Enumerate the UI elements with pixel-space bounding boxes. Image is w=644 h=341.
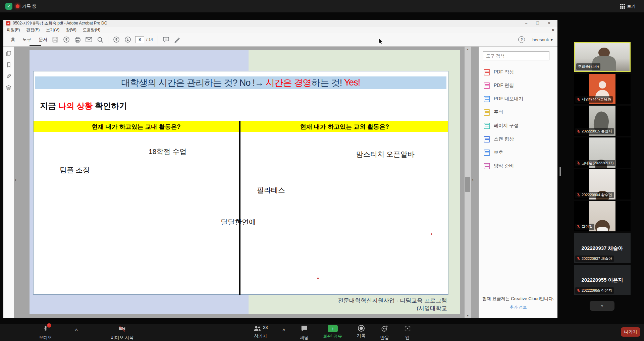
- face-mask: [597, 227, 608, 231]
- annotation-dot: [317, 278, 319, 279]
- menu-view[interactable]: 보기(V): [46, 27, 59, 33]
- participant-name: 202220915 홍연서: [575, 128, 614, 134]
- menu-window[interactable]: 창(W): [66, 27, 76, 33]
- tab-home[interactable]: 홈: [11, 37, 15, 43]
- tool-protect[interactable]: 보호: [479, 146, 557, 159]
- menu-edit[interactable]: 편집(E): [26, 27, 40, 33]
- plan-notice: 현재 요금제는 Creative Cloud입니다.: [479, 296, 557, 302]
- tab-tools[interactable]: 도구: [22, 37, 31, 43]
- email-icon[interactable]: [86, 36, 92, 43]
- page-number-input[interactable]: [135, 36, 144, 43]
- menu-file[interactable]: 파일(F): [7, 27, 20, 33]
- more-participants-button[interactable]: ˅: [590, 301, 614, 311]
- participant-tile[interactable]: 김민경: [574, 201, 631, 231]
- tool-comment[interactable]: 주석: [479, 106, 557, 119]
- grid-view-icon: [620, 4, 625, 9]
- participant-tile[interactable]: 202220904 황수인: [574, 169, 631, 200]
- tool-organize-pages[interactable]: 페이지 구성: [479, 119, 557, 132]
- participant-name: 서영대유아교육과: [575, 96, 613, 103]
- toolbar-separator: [158, 36, 158, 44]
- tool-export-pdf[interactable]: PDF 내보내기: [479, 92, 557, 106]
- tools-search-input[interactable]: [483, 51, 549, 60]
- save-icon[interactable]: [52, 37, 58, 43]
- enhance-scans-icon: [484, 136, 490, 143]
- share-screen-button[interactable]: ↑ 화면 공유: [323, 325, 342, 339]
- leave-meeting-button[interactable]: 나가기: [621, 327, 640, 337]
- participant-tile[interactable]: 고대완(202220917): [574, 137, 631, 168]
- participant-display-name: 202220937 채슬아: [581, 245, 623, 251]
- muted-mic-icon: [577, 161, 580, 165]
- panel-resize-handle[interactable]: [559, 167, 561, 176]
- participant-name: 202220904 황수인: [575, 192, 614, 198]
- slide-footer: 전문대학혁신지원사업 - 디딤교육 프로그램(서영대학교: [335, 297, 447, 312]
- search-icon[interactable]: [97, 37, 103, 43]
- participant-tile[interactable]: 202220915 홍연서: [574, 106, 631, 136]
- audio-options-caret[interactable]: ^: [75, 328, 78, 333]
- bookmarks-icon[interactable]: [6, 62, 11, 68]
- help-icon[interactable]: ?: [518, 36, 525, 43]
- acrobat-toolbar: 홈 도구 문서 / 14 ? heesouk ▾: [3, 33, 557, 47]
- view-button[interactable]: 보기: [618, 2, 638, 10]
- tool-edit-pdf[interactable]: PDF 편집: [479, 79, 557, 92]
- tool-create-pdf[interactable]: PDF 작성: [479, 65, 557, 79]
- tool-prepare-form[interactable]: 양식 준비: [479, 159, 557, 173]
- mouse-cursor: [378, 38, 384, 45]
- collapse-right-panel-icon[interactable]: ›: [472, 177, 474, 182]
- participant-tile-camera-off[interactable]: 202220937 채슬아 202220937 채슬아: [574, 233, 631, 263]
- tool-enhance-scans[interactable]: 스캔 향상: [479, 132, 557, 146]
- print-icon[interactable]: [74, 37, 81, 43]
- check-icon: ✓: [7, 4, 11, 9]
- next-page-icon[interactable]: [124, 36, 131, 43]
- reactions-button[interactable]: 반응: [380, 325, 389, 341]
- account-menu[interactable]: heesouk ▾: [532, 37, 553, 42]
- scrollbar-thumb[interactable]: [465, 177, 470, 192]
- slide-subtitle: 지금 나의 상황 확인하기: [40, 101, 127, 111]
- participant-tile-speaker[interactable]: 조희숙(강사): [574, 42, 631, 72]
- page-thumbnails-icon[interactable]: [6, 51, 11, 56]
- collapse-left-panel-icon[interactable]: ‹: [15, 177, 16, 182]
- export-pdf-icon: [484, 96, 490, 102]
- participants-options-caret[interactable]: ^: [282, 328, 285, 333]
- participant-display-name: 202220955 이은지: [581, 277, 623, 283]
- page-total-label: / 14: [146, 37, 153, 42]
- start-video-button[interactable]: 비디오 시작: [103, 325, 142, 340]
- audio-button[interactable]: ! 오디오: [30, 325, 61, 340]
- record-icon: [358, 325, 365, 332]
- scroll-down-icon[interactable]: ▼: [465, 313, 471, 318]
- security-shield-icon[interactable]: ✓: [5, 3, 12, 10]
- maximize-button[interactable]: ❐: [532, 21, 543, 25]
- right-column-header: 현재 내가 하고있는 교외 활동은?: [241, 123, 448, 131]
- document-scrollbar[interactable]: ▲ ▼: [465, 47, 471, 318]
- participant-name: 202220937 채슬아: [575, 255, 614, 262]
- muted-mic-icon: [577, 193, 580, 197]
- slide-title: 대학생의 시간은 관리하는 것? No !→ 시간은 경영하는 것! Yes!: [35, 76, 446, 89]
- layers-icon[interactable]: [6, 85, 11, 91]
- participants-button[interactable]: 23 참가자: [253, 325, 268, 339]
- slide-item-team: 팀플 조장: [60, 165, 90, 175]
- comment-icon[interactable]: [163, 36, 169, 43]
- tab-document[interactable]: 문서: [39, 37, 47, 43]
- record-button[interactable]: 기록: [357, 325, 366, 339]
- more-info-link[interactable]: 추가 정보: [509, 304, 527, 310]
- participant-name: 202220955 이은지: [575, 287, 614, 294]
- participant-tile[interactable]: 서영대유아교육과: [574, 74, 631, 104]
- menu-close-icon[interactable]: ✕: [551, 28, 555, 33]
- chat-button[interactable]: 채팅: [300, 325, 309, 341]
- attachments-icon[interactable]: [6, 73, 11, 79]
- comment-tool-icon: [484, 109, 490, 116]
- highlight-pen-icon[interactable]: [174, 37, 180, 43]
- organize-pages-icon: [484, 123, 490, 129]
- scroll-up-icon[interactable]: ▲: [465, 47, 471, 52]
- create-pdf-icon: [484, 69, 490, 75]
- participants-rail: 조희숙(강사) 서영대유아교육과 202220915 홍연서 고대완(20222…: [574, 42, 631, 295]
- protect-icon: [484, 150, 490, 156]
- menu-help[interactable]: 도움말(H): [83, 27, 101, 33]
- previous-page-icon[interactable]: [113, 36, 120, 43]
- minimize-button[interactable]: –: [521, 21, 532, 25]
- share-upload-icon[interactable]: [63, 36, 70, 43]
- close-button[interactable]: ✕: [543, 21, 555, 25]
- apps-button[interactable]: 앱: [404, 325, 411, 341]
- participant-tile-camera-off[interactable]: 202220955 이은지 202220955 이은지: [574, 265, 631, 295]
- audio-warning-badge: !: [47, 323, 51, 328]
- muted-mic-icon: [577, 225, 580, 229]
